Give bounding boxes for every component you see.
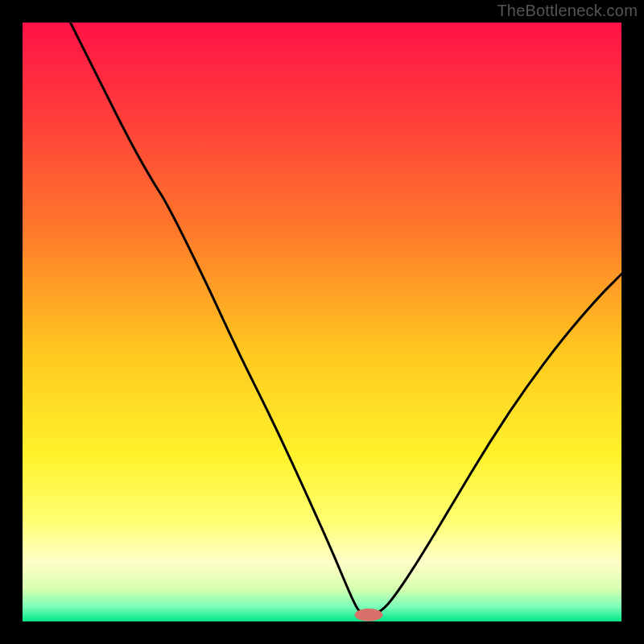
chart-frame: TheBottleneck.com — [0, 0, 644, 644]
gradient-background — [23, 23, 621, 621]
chart-svg — [23, 23, 621, 621]
optimal-point-marker — [355, 609, 382, 621]
plot-area — [23, 23, 621, 621]
watermark-text: TheBottleneck.com — [497, 2, 638, 20]
